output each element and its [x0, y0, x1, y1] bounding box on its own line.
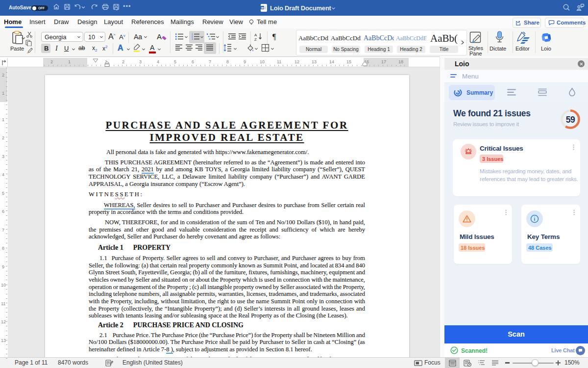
svg-text:59: 59	[566, 115, 575, 125]
svg-text:Z: Z	[254, 37, 257, 41]
svg-text:3: 3	[192, 38, 193, 40]
svg-text:W: W	[261, 6, 264, 9]
